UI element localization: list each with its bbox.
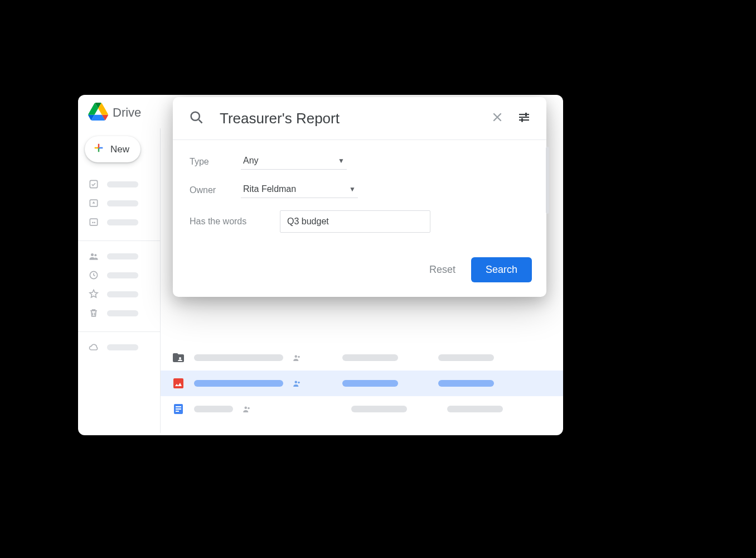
drive-icon	[88, 198, 99, 209]
svg-rect-2	[90, 219, 97, 225]
sidebar-item-my-drive[interactable]	[78, 194, 160, 213]
filter-words-label: Has the words	[190, 217, 273, 227]
file-col-placeholder	[438, 380, 494, 387]
chevron-down-icon: ▼	[349, 185, 356, 193]
svg-point-20	[191, 112, 200, 121]
shared-icon	[242, 404, 252, 414]
cloud-icon	[88, 341, 99, 353]
file-name-placeholder	[194, 380, 283, 387]
svg-rect-22	[519, 117, 529, 118]
shared-icon	[292, 353, 302, 363]
sidebar-item-label	[107, 200, 138, 206]
sidebar-item-recent[interactable]	[78, 266, 160, 285]
filter-words-input[interactable]	[280, 210, 430, 233]
sidebar: New	[78, 128, 161, 433]
drive-logo-icon	[88, 103, 108, 123]
svg-rect-17	[176, 411, 179, 412]
svg-point-13	[298, 382, 300, 384]
svg-rect-15	[176, 406, 181, 407]
sidebar-item-priority[interactable]	[78, 175, 160, 194]
plus-icon	[93, 142, 105, 157]
search-input[interactable]	[220, 110, 475, 127]
svg-rect-11	[173, 378, 183, 388]
sidebar-item-label	[107, 219, 138, 225]
file-name-placeholder	[194, 406, 233, 412]
search-panel-footer: Reset Search	[173, 249, 546, 297]
svg-point-9	[295, 355, 298, 358]
clock-icon	[88, 270, 99, 281]
search-bar	[173, 97, 546, 140]
people-icon	[88, 251, 99, 262]
svg-point-4	[94, 222, 95, 224]
file-row[interactable]	[161, 345, 563, 371]
sidebar-item-label	[107, 344, 138, 350]
sidebar-item-label	[107, 181, 138, 187]
shared-drives-icon	[88, 217, 99, 228]
shared-icon	[292, 378, 302, 388]
reset-button[interactable]: Reset	[429, 264, 455, 276]
file-col-placeholder	[447, 406, 503, 412]
chevron-down-icon: ▼	[338, 157, 345, 165]
svg-point-8	[179, 357, 181, 359]
svg-point-6	[94, 254, 96, 256]
svg-rect-23	[519, 119, 529, 121]
svg-point-5	[91, 253, 94, 256]
search-button[interactable]: Search	[471, 257, 532, 282]
filter-owner-dropdown[interactable]: Rita Feldman ▼	[241, 182, 358, 198]
new-button[interactable]: New	[85, 136, 140, 162]
sidebar-item-label	[107, 253, 138, 259]
file-row[interactable]	[161, 396, 563, 422]
svg-point-3	[92, 222, 94, 224]
filter-owner-value: Rita Feldman	[243, 184, 296, 194]
filter-words-row: Has the words	[190, 210, 530, 233]
file-col-placeholder	[342, 380, 398, 387]
svg-rect-0	[90, 180, 97, 187]
new-button-label: New	[110, 144, 129, 155]
file-row-selected[interactable]	[161, 371, 563, 396]
sidebar-item-shared-drives[interactable]	[78, 213, 160, 232]
sidebar-item-trash[interactable]	[78, 304, 160, 323]
filter-type-label: Type	[190, 157, 234, 167]
clear-search-button[interactable]	[491, 110, 504, 126]
file-col-placeholder	[438, 354, 494, 361]
scrollbar-thumb[interactable]	[546, 147, 549, 214]
svg-rect-25	[521, 118, 523, 122]
search-filters: Type Any ▼ Owner Rita Feldman ▼ Has the …	[173, 140, 546, 249]
advanced-search-panel: Type Any ▼ Owner Rita Feldman ▼ Has the …	[173, 97, 546, 297]
search-options-icon[interactable]	[517, 110, 531, 126]
svg-point-12	[295, 381, 298, 384]
svg-rect-21	[519, 114, 529, 115]
image-file-icon	[172, 377, 185, 390]
app-logo-title[interactable]: Drive	[88, 103, 141, 123]
check-square-icon	[88, 179, 99, 190]
sidebar-item-storage[interactable]	[78, 338, 160, 357]
file-col-placeholder	[351, 406, 407, 412]
filter-type-row: Type Any ▼	[190, 153, 530, 170]
sidebar-item-label	[107, 310, 138, 316]
trash-icon	[88, 307, 99, 319]
file-col-placeholder	[342, 354, 398, 361]
filter-owner-label: Owner	[190, 185, 234, 195]
app-title: Drive	[113, 105, 141, 120]
sidebar-item-shared[interactable]	[78, 247, 160, 266]
svg-rect-24	[525, 113, 527, 117]
svg-point-19	[248, 407, 250, 410]
star-icon	[88, 288, 99, 300]
sidebar-item-label	[107, 272, 138, 278]
svg-point-10	[298, 356, 300, 358]
filter-type-value: Any	[243, 156, 259, 166]
sidebar-item-label	[107, 291, 138, 297]
svg-point-18	[245, 407, 248, 410]
filter-type-dropdown[interactable]: Any ▼	[241, 153, 347, 170]
folder-shared-icon	[172, 351, 185, 364]
filter-owner-row: Owner Rita Feldman ▼	[190, 182, 530, 198]
file-name-placeholder	[194, 354, 283, 361]
svg-rect-16	[176, 408, 181, 410]
sidebar-item-starred[interactable]	[78, 285, 160, 304]
search-icon	[188, 109, 204, 127]
docs-file-icon	[172, 402, 185, 416]
